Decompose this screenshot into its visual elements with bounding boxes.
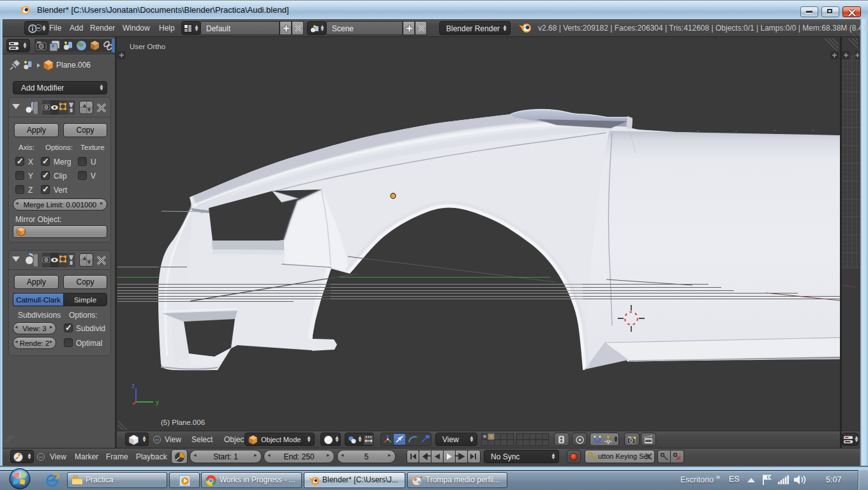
svg-text:(5) Plane.006: (5) Plane.006: [161, 419, 205, 426]
svg-text:y: y: [156, 399, 159, 406]
svg-text:z: z: [131, 382, 135, 389]
svg-text:User Ortho: User Ortho: [130, 43, 165, 50]
